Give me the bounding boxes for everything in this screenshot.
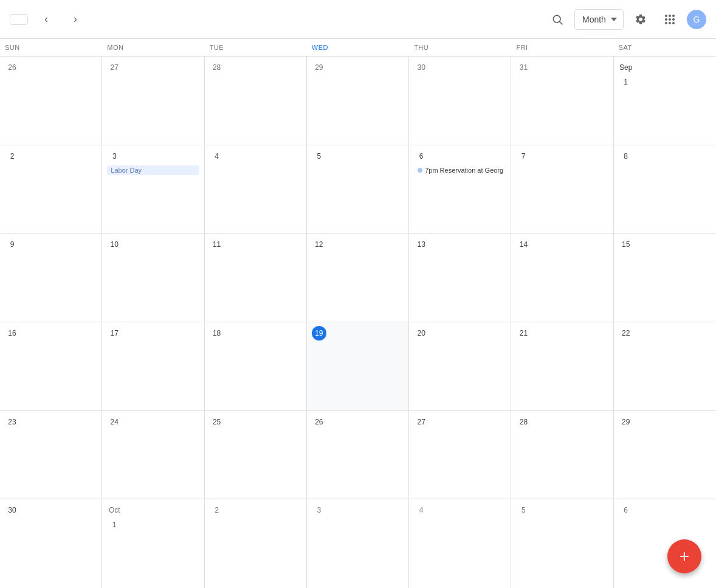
day-number: 4 — [414, 503, 429, 517]
grid-dots-icon — [665, 15, 675, 24]
day-header-wed: Wed — [307, 39, 409, 56]
day-number: 16 — [5, 326, 19, 341]
week-row: 9101112131415 — [0, 233, 716, 322]
day-cell[interactable]: 27 — [102, 57, 204, 145]
day-cell[interactable]: 8 — [614, 145, 716, 233]
day-cell[interactable]: 29 — [307, 57, 409, 145]
day-cell[interactable]: 26 — [307, 411, 409, 499]
event[interactable]: Labor Day — [107, 165, 199, 175]
day-header-mon: Mon — [102, 39, 204, 56]
week-row: 262728293031Sep 1 — [0, 57, 716, 145]
settings-button[interactable] — [628, 7, 653, 32]
day-number: 26 — [5, 60, 19, 75]
day-cell[interactable]: Sep 1 — [614, 57, 716, 145]
day-cell[interactable]: 25 — [205, 411, 307, 499]
gear-icon — [635, 13, 647, 26]
day-number: 27 — [414, 415, 429, 429]
day-number: 23 — [5, 415, 19, 429]
day-number: 25 — [210, 415, 224, 429]
day-cell[interactable]: 14 — [511, 233, 613, 322]
calendar: SunMonTueWedThuFriSat 262728293031Sep 12… — [0, 39, 716, 588]
day-number: 17 — [107, 326, 122, 341]
day-cell[interactable]: 30 — [409, 57, 511, 145]
svg-line-1 — [560, 21, 563, 24]
day-cell[interactable]: 26 — [0, 57, 102, 145]
day-number: 3 — [107, 149, 122, 164]
day-cell[interactable]: 5 — [307, 145, 409, 233]
day-cell[interactable]: 2 — [205, 499, 307, 588]
prev-button[interactable]: ‹ — [35, 9, 57, 30]
day-cell[interactable]: 21 — [511, 322, 613, 410]
apps-button[interactable] — [658, 7, 682, 32]
week-row: 30Oct 123456 — [0, 499, 716, 588]
day-header-thu: Thu — [409, 39, 511, 56]
day-cell[interactable]: 4 — [409, 499, 511, 588]
day-number: 24 — [107, 415, 122, 429]
day-number: 26 — [312, 415, 326, 429]
day-number: 18 — [210, 326, 224, 341]
day-number: 28 — [210, 60, 224, 75]
day-number: 19 — [312, 326, 326, 341]
day-cell[interactable]: 2 — [0, 145, 102, 233]
header-actions: Month Day Week Year G — [545, 7, 706, 32]
day-cell[interactable]: 6 — [614, 499, 716, 588]
header: ‹ › Month Day Week Year G — [0, 0, 716, 39]
event-dot — [418, 168, 422, 173]
day-cell[interactable]: 10 — [102, 233, 204, 322]
today-button[interactable] — [10, 14, 28, 25]
day-number: Oct 1 — [107, 503, 122, 517]
create-event-button[interactable]: + — [667, 539, 701, 573]
day-number: Sep 1 — [619, 60, 633, 75]
day-number: 7 — [516, 149, 531, 164]
day-header-fri: Fri — [511, 39, 613, 56]
view-select[interactable]: Month Day Week Year — [574, 9, 624, 30]
day-cell[interactable]: 3 — [307, 499, 409, 588]
day-cell[interactable]: 22 — [614, 322, 716, 410]
next-button[interactable]: › — [64, 9, 86, 30]
week-row: 23242526272829 — [0, 411, 716, 500]
day-cell[interactable]: 29 — [614, 411, 716, 499]
day-cell[interactable]: 18 — [205, 322, 307, 410]
day-cell[interactable]: 15 — [614, 233, 716, 322]
week-row: 16171819202122 — [0, 322, 716, 411]
day-cell[interactable]: 28 — [511, 411, 613, 499]
search-button[interactable] — [545, 7, 570, 32]
day-cell[interactable]: 3Labor Day — [102, 145, 204, 233]
search-icon — [551, 13, 563, 26]
day-cell[interactable]: 27 — [409, 411, 511, 499]
day-headers: SunMonTueWedThuFriSat — [0, 39, 716, 57]
day-cell[interactable]: 30 — [0, 499, 102, 588]
day-cell[interactable]: 16 — [0, 322, 102, 410]
day-number: 15 — [619, 237, 633, 252]
day-cell[interactable]: 20 — [409, 322, 511, 410]
day-cell[interactable]: 9 — [0, 233, 102, 322]
day-cell[interactable]: 11 — [205, 233, 307, 322]
day-cell[interactable]: Oct 1 — [102, 499, 204, 588]
svg-point-0 — [553, 15, 560, 22]
day-cell[interactable]: 7 — [511, 145, 613, 233]
day-number: 14 — [516, 237, 531, 252]
day-cell[interactable]: 28 — [205, 57, 307, 145]
day-number: 12 — [312, 237, 326, 252]
event[interactable]: 7pm Reservation at Georg — [414, 165, 506, 175]
day-cell[interactable]: 17 — [102, 322, 204, 410]
day-cell[interactable]: 5 — [511, 499, 613, 588]
day-number: 2 — [5, 149, 19, 164]
day-cell[interactable]: 24 — [102, 411, 204, 499]
day-number: 22 — [619, 326, 633, 341]
day-cell[interactable]: 23 — [0, 411, 102, 499]
day-cell[interactable]: 67pm Reservation at Georg — [409, 145, 511, 233]
day-number: 29 — [619, 415, 633, 429]
day-cell[interactable]: 31 — [511, 57, 613, 145]
day-number: 27 — [107, 60, 122, 75]
day-number: 5 — [312, 149, 326, 164]
day-cell[interactable]: 19 — [307, 322, 409, 410]
day-number: 11 — [210, 237, 224, 252]
day-cell[interactable]: 4 — [205, 145, 307, 233]
avatar[interactable]: G — [687, 10, 706, 29]
day-number: 5 — [516, 503, 531, 517]
day-cell[interactable]: 12 — [307, 233, 409, 322]
day-cell[interactable]: 13 — [409, 233, 511, 322]
day-number: 8 — [619, 149, 633, 164]
day-header-sun: Sun — [0, 39, 102, 56]
